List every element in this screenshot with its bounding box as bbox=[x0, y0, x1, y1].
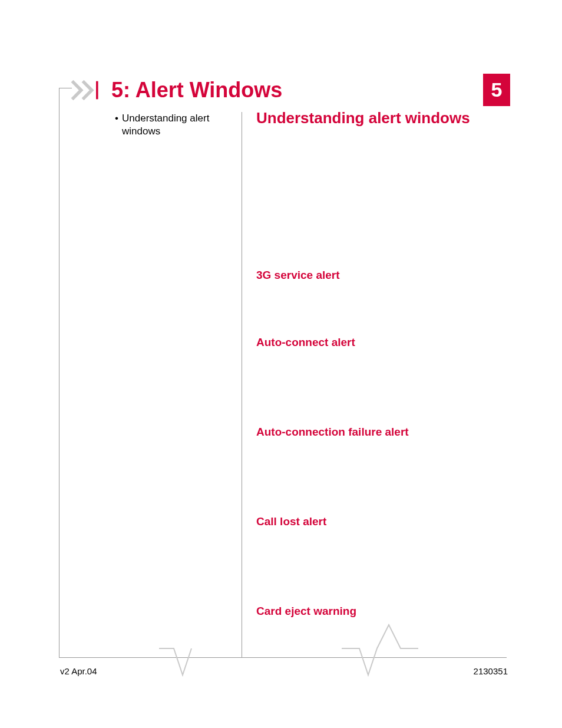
heartbeat-divider-icon bbox=[0, 619, 562, 690]
frame-rule-top bbox=[59, 88, 72, 88]
alert-heading: Auto-connect alert bbox=[256, 336, 504, 349]
chapter-number: 5 bbox=[491, 78, 503, 101]
bullet-icon: • bbox=[115, 112, 122, 138]
content-column: Understanding alert windows 3G service a… bbox=[256, 109, 504, 618]
alert-heading: Call lost alert bbox=[256, 515, 504, 528]
toc-item[interactable]: • Understanding alert windows bbox=[115, 112, 230, 138]
frame-rule-left bbox=[59, 88, 59, 657]
column-divider bbox=[242, 112, 242, 657]
footer-version: v2 Apr.04 bbox=[60, 666, 97, 676]
frame-rule-bottom bbox=[59, 657, 507, 658]
toc: • Understanding alert windows bbox=[115, 112, 230, 138]
page: 5 5: Alert Windows • Understanding alert… bbox=[0, 0, 562, 728]
alert-heading: 3G service alert bbox=[256, 269, 504, 282]
chapter-title-row: 5: Alert Windows bbox=[70, 78, 282, 103]
alert-heading: Auto-connection failure alert bbox=[256, 426, 504, 439]
footer-docnum: 2130351 bbox=[474, 666, 508, 676]
chapter-title: 5: Alert Windows bbox=[111, 78, 282, 103]
alert-heading: Card eject warning bbox=[256, 605, 504, 618]
toc-item-label: Understanding alert windows bbox=[122, 112, 230, 138]
section-title: Understanding alert windows bbox=[256, 109, 504, 127]
chapter-number-badge: 5 bbox=[483, 74, 510, 106]
double-chevron-right-icon bbox=[70, 80, 107, 101]
